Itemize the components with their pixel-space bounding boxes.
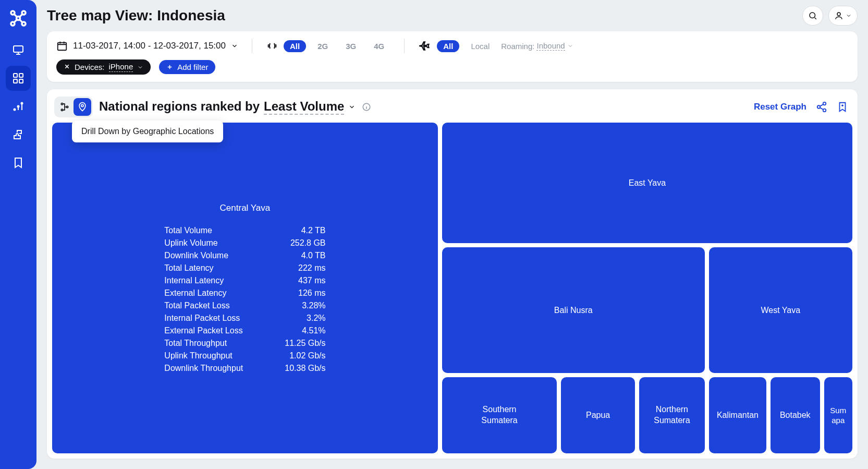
date-range-picker[interactable]: 11-03-2017, 14:00 - 12-03-2017, 15:00 — [56, 40, 238, 52]
stat-value: 252.8 GB — [285, 238, 325, 248]
svg-point-21 — [823, 102, 826, 105]
remove-chip-icon[interactable] — [64, 63, 70, 71]
svg-rect-15 — [58, 43, 67, 51]
svg-rect-6 — [14, 74, 17, 77]
ranking-metric-select[interactable]: Least Volume — [264, 99, 344, 115]
svg-point-17 — [61, 109, 63, 111]
region-central-yava[interactable]: Central Yava Total Volume4.2 TBUplink Vo… — [52, 123, 438, 453]
add-filter-button[interactable]: Add filter — [159, 60, 215, 74]
card-header: National regions ranked by Least Volume … — [52, 97, 852, 123]
region-sumapa[interactable]: Sumapa — [824, 377, 853, 453]
signal-icon — [266, 40, 278, 52]
drilldown-tree-button[interactable] — [56, 98, 74, 116]
nav-monitor[interactable] — [6, 38, 31, 63]
region-west-yava[interactable]: West Yava — [709, 247, 852, 373]
svg-point-2 — [11, 22, 15, 26]
stat-label: Uplink Throughput — [164, 351, 243, 360]
divider — [404, 39, 405, 53]
stat-value: 4.0 TB — [285, 251, 325, 260]
drilldown-toggle — [54, 97, 93, 117]
filter-card: 11-03-2017, 14:00 - 12-03-2017, 15:00 Al… — [47, 31, 858, 82]
stat-value: 437 ms — [285, 276, 325, 285]
roaming-filter-group: All Local Roaming: Inbound — [418, 39, 573, 53]
stat-label: Total Packet Loss — [164, 301, 243, 310]
network-4g[interactable]: 4G — [368, 40, 390, 52]
region-papua[interactable]: Papua — [561, 377, 635, 453]
search-button[interactable] — [802, 6, 823, 26]
stat-value: 3.28% — [285, 301, 325, 310]
stat-label: Internal Latency — [164, 276, 243, 285]
stat-label: External Latency — [164, 288, 243, 298]
bookmark-add-icon[interactable] — [837, 101, 848, 113]
app-logo — [7, 7, 29, 29]
chevron-down-icon — [567, 43, 573, 49]
stat-label: Uplink Volume — [164, 238, 243, 248]
stat-value: 1.02 Gb/s — [285, 351, 325, 360]
svg-rect-9 — [19, 79, 23, 83]
divider — [252, 39, 252, 53]
main: Tree map View: Indonesia 11-03-2017, 14:… — [36, 0, 868, 469]
network-2g[interactable]: 2G — [311, 40, 334, 52]
stat-value: 126 ms — [285, 288, 325, 298]
stat-label: Total Throughput — [164, 339, 243, 348]
stat-label: External Packet Loss — [164, 326, 243, 335]
ranking-title: National regions ranked by Least Volume — [99, 99, 356, 115]
region-southern-sumatera[interactable]: SouthernSumatera — [442, 377, 557, 453]
stat-value: 4.51% — [285, 326, 325, 335]
roaming-all[interactable]: All — [437, 40, 459, 52]
svg-point-1 — [22, 11, 26, 15]
stat-value: 4.2 TB — [285, 226, 325, 235]
svg-rect-7 — [19, 74, 23, 77]
network-filter-group: All 2G 3G 4G — [266, 40, 390, 52]
svg-point-0 — [11, 11, 15, 15]
svg-point-13 — [810, 13, 815, 18]
drilldown-geo-button[interactable] — [74, 98, 91, 116]
chevron-down-icon — [137, 64, 143, 70]
svg-point-4 — [17, 17, 20, 20]
network-3g[interactable]: 3G — [339, 40, 362, 52]
user-menu[interactable] — [828, 6, 858, 26]
nav-bookmarks[interactable] — [6, 150, 31, 175]
region-northern-sumatera[interactable]: NorthernSumatera — [639, 377, 705, 453]
network-all[interactable]: All — [284, 40, 306, 52]
nav-analytics[interactable] — [6, 94, 31, 119]
svg-point-3 — [22, 22, 26, 26]
nav-puzzle[interactable] — [6, 122, 31, 147]
region-stats: Total Volume4.2 TBUplink Volume252.8 GBD… — [164, 226, 325, 373]
date-range-text: 11-03-2017, 14:00 - 12-03-2017, 15:00 — [73, 41, 226, 51]
chevron-down-icon[interactable] — [348, 103, 356, 111]
svg-point-19 — [81, 104, 83, 106]
roaming-local[interactable]: Local — [464, 40, 496, 52]
topbar: Tree map View: Indonesia — [47, 0, 858, 31]
svg-rect-5 — [14, 46, 23, 52]
plus-icon — [166, 64, 173, 70]
share-icon[interactable] — [816, 101, 827, 113]
region-label: Central Yava — [220, 203, 271, 213]
chevron-down-icon — [231, 42, 238, 50]
stat-label: Downlink Volume — [164, 251, 243, 260]
svg-point-23 — [823, 109, 826, 112]
treemap: Central Yava Total Volume4.2 TBUplink Vo… — [52, 123, 852, 453]
stat-value: 3.2% — [285, 314, 325, 323]
stat-value: 11.25 Gb/s — [285, 339, 325, 348]
region-botabek[interactable]: Botabek — [771, 377, 820, 453]
content-card: National regions ranked by Least Volume … — [47, 89, 858, 459]
nav-dashboard[interactable] — [6, 66, 31, 91]
info-icon[interactable] — [362, 102, 371, 112]
stat-label: Total Latency — [164, 263, 243, 273]
stat-value: 10.38 Gb/s — [285, 364, 325, 373]
svg-point-14 — [837, 13, 840, 16]
stat-value: 222 ms — [285, 263, 325, 273]
roaming-select[interactable]: Roaming: Inbound — [501, 41, 573, 51]
sidebar — [0, 0, 36, 469]
device-filter-chip[interactable]: Devices: iPhone — [56, 59, 151, 75]
airplane-icon — [418, 39, 432, 53]
region-kalimantan[interactable]: Kalimantan — [709, 377, 766, 453]
stat-label: Internal Packet Loss — [164, 314, 243, 323]
drilldown-tooltip: Drill Down by Geographic Locations — [72, 121, 223, 142]
stat-label: Total Volume — [164, 226, 243, 235]
reset-graph-button[interactable]: Reset Graph — [754, 102, 806, 112]
svg-point-16 — [61, 103, 63, 105]
region-east-yava[interactable]: East Yava — [442, 123, 852, 243]
region-bali-nusra[interactable]: Bali Nusra — [442, 247, 705, 373]
